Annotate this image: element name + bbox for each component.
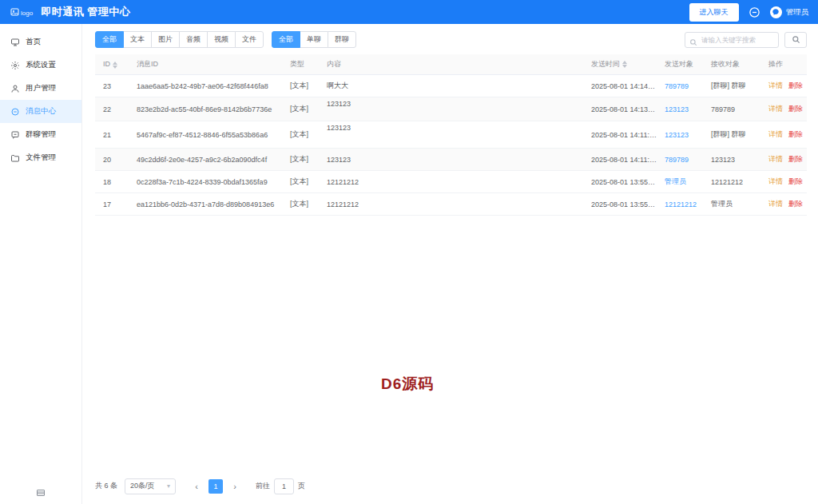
sidebar-item-label: 文件管理: [26, 153, 56, 163]
sidebar-item-messages[interactable]: 消息中心: [0, 100, 81, 123]
detail-link[interactable]: 详情: [768, 81, 783, 89]
scope-tab-group[interactable]: 群聊: [328, 31, 356, 48]
scope-tab-all[interactable]: 全部: [272, 31, 300, 48]
topbar-actions: 进入聊天 管理员: [689, 3, 809, 22]
type-tab-audio[interactable]: 音频: [179, 31, 208, 48]
delete-link[interactable]: 删除: [788, 155, 803, 163]
cell-receiver: 789789: [703, 105, 760, 113]
cell-time: 2025-08-01 13:55:26: [583, 178, 657, 186]
table-header-row: ID 消息ID 类型 内容 发送时间 发送对象 接收对象 操作: [95, 54, 807, 75]
sidebar-item-home[interactable]: 首页: [0, 30, 81, 54]
column-header-type: 类型: [282, 59, 319, 69]
cell-id: 23: [95, 82, 129, 90]
sort-carets-icon[interactable]: [622, 61, 627, 68]
cell-type: [文本]: [282, 199, 319, 209]
search-input[interactable]: [685, 32, 779, 48]
column-header-msgid: 消息ID: [129, 59, 282, 69]
goto-page-control: 前往 页: [256, 478, 305, 494]
type-tab-all[interactable]: 全部: [95, 31, 124, 48]
table-row: 17 ea121bb6-0d2b-4371-a7d8-d89b084913e6 …: [95, 193, 807, 216]
delete-link[interactable]: 删除: [788, 81, 803, 89]
table-row: 22 823e2b2d-ac55-40bf-86e9-8142b6b7736e …: [95, 97, 807, 121]
page-size-select[interactable]: 20条/页 ▾: [125, 478, 176, 494]
main-content: 全部 文本 图片 音频 视频 文件 全部 单聊 群聊: [83, 24, 818, 504]
delete-link[interactable]: 删除: [788, 130, 803, 138]
message-circle-icon[interactable]: [749, 6, 760, 18]
messages-table: ID 消息ID 类型 内容 发送时间 发送对象 接收对象 操作 23 1aae6…: [95, 54, 807, 216]
logo-alt-text: logo: [21, 10, 33, 17]
delete-link[interactable]: 删除: [788, 105, 803, 113]
column-header-time[interactable]: 发送时间: [583, 59, 657, 69]
type-tab-file[interactable]: 文件: [235, 31, 264, 48]
sender-link[interactable]: 789789: [665, 156, 689, 164]
top-header-bar: logo 即时通讯 管理中心 进入聊天 管理员: [0, 0, 818, 24]
admin-user-menu[interactable]: 管理员: [770, 6, 809, 18]
column-header-ops: 操作: [760, 59, 807, 69]
chevron-down-icon: ▾: [167, 482, 170, 490]
detail-link[interactable]: 详情: [768, 177, 783, 185]
type-tab-text[interactable]: 文本: [123, 31, 152, 48]
detail-link[interactable]: 详情: [768, 200, 783, 208]
column-header-id[interactable]: ID: [95, 60, 129, 68]
cell-time: 2025-08-01 13:55:22: [583, 200, 657, 208]
sender-link[interactable]: 管理员: [665, 177, 686, 185]
page-title: 即时通讯 管理中心: [41, 5, 130, 19]
sort-carets-icon[interactable]: [113, 62, 117, 69]
scope-tab-single[interactable]: 单聊: [300, 31, 328, 48]
next-page-button[interactable]: ›: [228, 479, 242, 494]
prev-page-button[interactable]: ‹: [189, 479, 204, 494]
page-number-button[interactable]: 1: [208, 479, 223, 494]
detail-link[interactable]: 详情: [768, 105, 783, 113]
cell-content: 123123: [319, 97, 583, 108]
cell-time: 2025-08-01 14:11:31: [583, 156, 657, 164]
watermark-text: D6源码: [381, 374, 434, 395]
detail-link[interactable]: 详情: [768, 155, 783, 163]
pagination-bar: 共 6 条 20条/页 ▾ ‹ 1 › 前往 页: [83, 478, 818, 504]
cell-msgid: 823e2b2d-ac55-40bf-86e9-8142b6b7736e: [129, 105, 282, 113]
content-spacer: D6源码: [83, 216, 818, 478]
pagination-total: 共 6 条: [95, 481, 117, 491]
group-chat-icon: [10, 130, 20, 140]
cell-id: 20: [95, 156, 129, 164]
type-tab-video[interactable]: 视频: [207, 31, 236, 48]
delete-link[interactable]: 删除: [788, 177, 803, 185]
sender-link[interactable]: 123123: [665, 105, 689, 113]
enter-chat-button[interactable]: 进入聊天: [689, 3, 739, 22]
detail-link[interactable]: 详情: [768, 130, 783, 138]
message-type-filter-group: 全部 文本 图片 音频 视频 文件: [95, 31, 264, 48]
cell-type: [文本]: [282, 81, 319, 91]
cell-content: 12121212: [319, 178, 583, 186]
sidebar-item-files[interactable]: 文件管理: [0, 146, 81, 169]
admin-name: 管理员: [786, 7, 809, 18]
sidebar-item-users[interactable]: 用户管理: [0, 77, 81, 100]
sidebar-item-label: 群聊管理: [26, 129, 56, 140]
search-box: [685, 31, 779, 48]
table-row: 21 5467af9c-ef87-4512-8846-6f55a53b86a6 …: [95, 121, 807, 149]
type-tab-image[interactable]: 图片: [151, 31, 180, 48]
table-row: 20 49c2dd6f-2e0e-4257-a9c2-6b2a090dfc4f …: [95, 149, 807, 171]
cell-msgid: 49c2dd6f-2e0e-4257-a9c2-6b2a090dfc4f: [129, 156, 282, 164]
sidebar-item-label: 消息中心: [26, 106, 56, 117]
folder-icon: [10, 153, 20, 163]
cell-time: 2025-08-01 14:11:37: [583, 131, 657, 139]
sidebar-item-label: 首页: [26, 37, 41, 47]
goto-prefix-label: 前往: [256, 481, 270, 491]
sender-link[interactable]: 12121212: [665, 200, 697, 208]
goto-page-input[interactable]: [274, 478, 294, 494]
sidebar-item-settings[interactable]: 系统设置: [0, 54, 81, 77]
search-button[interactable]: [784, 32, 807, 48]
cell-type: [文本]: [282, 129, 319, 140]
sender-link[interactable]: 789789: [665, 82, 689, 90]
table-row: 18 0c228f3a-7c1b-4224-8339-0bdaf1365fa9 …: [95, 171, 807, 193]
sidebar-item-group-chats[interactable]: 群聊管理: [0, 123, 81, 146]
cell-msgid: 1aae6aa5-b242-49b7-ae06-42f68f446fa8: [129, 82, 282, 90]
chat-scope-filter-group: 全部 单聊 群聊: [272, 31, 356, 48]
delete-link[interactable]: 删除: [788, 200, 803, 208]
sidebar-item-label: 系统设置: [26, 60, 56, 70]
cell-receiver: 123123: [703, 156, 760, 164]
collapse-sidebar-icon[interactable]: [36, 488, 46, 498]
sender-link[interactable]: 123123: [665, 131, 689, 139]
column-header-content: 内容: [319, 59, 583, 69]
brand: logo 即时通讯 管理中心: [10, 5, 130, 19]
message-icon: [10, 107, 20, 117]
